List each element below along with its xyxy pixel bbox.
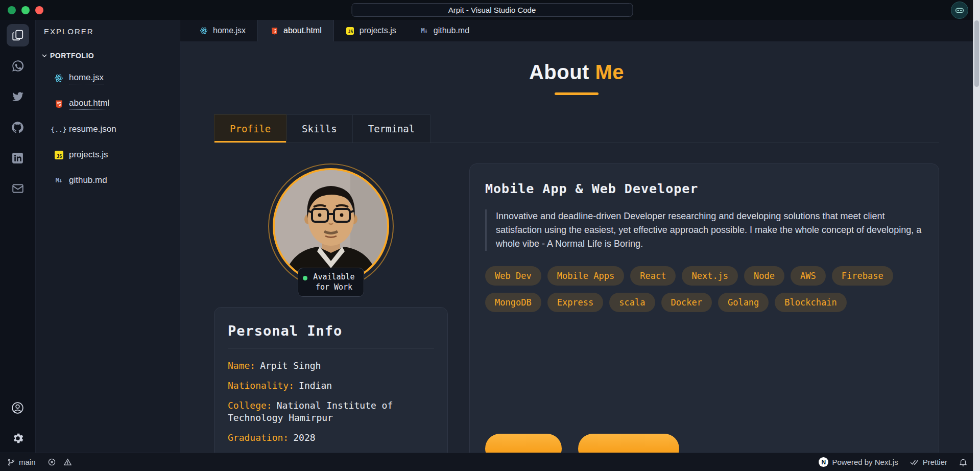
status-dot <box>303 276 307 280</box>
errors-icon[interactable] <box>47 458 56 466</box>
tag-mongodb[interactable]: MongoDB <box>485 293 541 312</box>
tag-express[interactable]: Express <box>547 293 604 312</box>
personal-info-title: Personal Info <box>228 323 434 348</box>
scrollbar-thumb[interactable] <box>974 20 979 87</box>
nextjs-logo-icon: N <box>819 457 828 467</box>
sidebar-file-github-md[interactable]: M↓ github.md <box>36 168 180 193</box>
tab-label: home.jsx <box>213 26 246 35</box>
copilot-icon[interactable] <box>951 2 968 19</box>
field-name: Name:Arpit Singh <box>228 360 434 372</box>
page-title-accent: Me <box>595 61 625 83</box>
field-college: College:National Institute of Technology… <box>228 399 434 425</box>
editor-tab-bar: home.jsx about.html JS projects.js <box>180 20 973 41</box>
tag-nextjs[interactable]: Next.js <box>682 266 738 286</box>
window-maximize-button[interactable] <box>35 6 43 14</box>
tag-node[interactable]: Node <box>744 266 784 286</box>
prettier-status[interactable]: Prettier <box>910 458 947 466</box>
tab-label: github.md <box>434 26 469 35</box>
tab-github-md[interactable]: M↓ github.md <box>408 20 481 41</box>
whatsapp-icon[interactable] <box>7 55 29 77</box>
window-close-button[interactable] <box>8 6 16 14</box>
title-underline <box>555 92 599 95</box>
page-title-main: About <box>529 61 589 83</box>
avatar <box>275 170 387 282</box>
branch-name: main <box>19 458 36 466</box>
file-name: projects.js <box>69 150 108 160</box>
title-bar: Arpit - Visual Studio Code <box>0 0 973 20</box>
warnings-icon[interactable] <box>63 458 72 466</box>
markdown-icon: M↓ <box>420 26 429 35</box>
html-icon <box>270 26 279 35</box>
explorer-files-icon[interactable] <box>7 24 29 46</box>
field-value: 2028 <box>293 432 315 443</box>
github-icon[interactable] <box>7 116 29 138</box>
account-icon[interactable] <box>7 396 29 419</box>
field-availability: Availability:Freelance, Remote, & <box>228 452 434 453</box>
tag-docker[interactable]: Docker <box>661 293 712 312</box>
tag-blockchain[interactable]: Blockchain <box>775 293 846 312</box>
tab-skills[interactable]: Skills <box>286 114 353 143</box>
activity-bar <box>0 20 36 453</box>
tab-home-jsx[interactable]: home.jsx <box>187 20 257 41</box>
react-icon <box>54 74 63 83</box>
tag-react[interactable]: React <box>630 266 676 286</box>
tag-firebase[interactable]: Firebase <box>832 266 893 286</box>
sidebar-file-home-jsx[interactable]: home.jsx <box>36 65 180 91</box>
window-controls <box>8 6 43 14</box>
sidebar-file-projects-js[interactable]: JS projects.js <box>36 142 180 168</box>
field-label: College: <box>228 400 272 411</box>
tab-label: about.html <box>283 26 322 35</box>
tag-mobile-apps[interactable]: Mobile Apps <box>547 266 625 286</box>
page-content: About Me Profile Skills Terminal <box>180 41 973 453</box>
availability-badge: Available for Work <box>298 268 364 297</box>
html-icon <box>54 99 63 108</box>
double-check-icon <box>910 458 919 466</box>
tag-aws[interactable]: AWS <box>791 266 826 286</box>
tag-golang[interactable]: Golang <box>718 293 769 312</box>
powered-by-label: Powered by Next.js <box>832 458 898 466</box>
field-nationality: Nationality:Indian <box>228 380 434 392</box>
personal-info-fields: Name:Arpit Singh Nationality:Indian Coll… <box>228 360 434 453</box>
profile-left-column: Available for Work Personal Info Name:Ar… <box>214 163 448 453</box>
tab-profile[interactable]: Profile <box>214 114 286 143</box>
explorer-sidebar: EXPLORER PORTFOLIO <box>36 20 180 453</box>
json-icon: {..} <box>54 125 63 134</box>
field-label: Nationality: <box>228 380 294 391</box>
tab-about-html[interactable]: about.html <box>257 20 334 41</box>
page-scrollbar[interactable] <box>973 0 980 471</box>
developer-title: Mobile App & Web Developer <box>485 181 923 196</box>
page-title: About Me <box>180 61 973 84</box>
react-icon <box>199 26 208 35</box>
window-minimize-button[interactable] <box>21 6 30 14</box>
git-branch-icon <box>7 458 15 466</box>
profile-photo <box>273 168 389 285</box>
activity-bar-bottom <box>7 396 29 453</box>
tag-scala[interactable]: scala <box>609 293 655 312</box>
developer-bio: Innovative and deadline-driven Developer… <box>485 209 923 251</box>
cta-button-1[interactable] <box>485 434 562 453</box>
field-label: Graduation: <box>228 432 289 443</box>
file-name: about.html <box>69 98 109 110</box>
portfolio-section-label: PORTFOLIO <box>50 52 94 60</box>
notifications-bell-icon[interactable] <box>959 458 968 467</box>
field-value: Indian <box>299 380 332 391</box>
sidebar-file-resume-json[interactable]: {..} resume.json <box>36 116 180 142</box>
git-branch-indicator[interactable]: main <box>7 458 36 466</box>
linkedin-icon[interactable] <box>7 147 29 169</box>
tab-terminal[interactable]: Terminal <box>353 114 431 143</box>
tab-projects-js[interactable]: JS projects.js <box>334 20 408 41</box>
sidebar-file-about-html[interactable]: about.html <box>36 91 180 116</box>
tag-web-dev[interactable]: Web Dev <box>485 266 541 286</box>
status-bar: main N Powered by Next.js <box>0 453 973 471</box>
powered-by-next[interactable]: N Powered by Next.js <box>819 457 898 467</box>
field-label: Availability: <box>228 452 300 453</box>
vscode-window: Arpit - Visual Studio Code <box>0 0 973 471</box>
mail-icon[interactable] <box>7 177 29 200</box>
twitter-icon[interactable] <box>7 85 29 108</box>
explorer-header: EXPLORER <box>36 27 180 36</box>
personal-info-card: Personal Info Name:Arpit Singh Nationali… <box>214 307 448 453</box>
settings-gear-icon[interactable] <box>7 427 29 450</box>
portfolio-section-toggle[interactable]: PORTFOLIO <box>36 49 180 62</box>
cta-button-2[interactable] <box>578 434 679 453</box>
js-icon: JS <box>346 26 355 35</box>
